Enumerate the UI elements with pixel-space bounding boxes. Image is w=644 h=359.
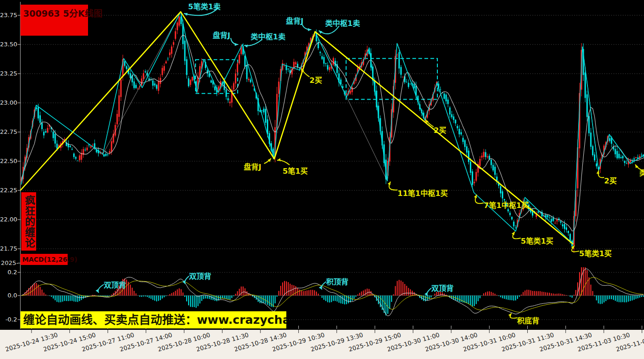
candle — [323, 57, 325, 63]
candle — [547, 215, 548, 217]
candle — [105, 154, 107, 156]
candle — [173, 42, 174, 45]
candle — [109, 151, 110, 153]
candle — [468, 151, 469, 162]
candle — [451, 114, 453, 118]
candle — [154, 83, 156, 85]
candle — [120, 80, 122, 97]
dea-line-group — [21, 277, 644, 312]
candle — [624, 161, 625, 163]
candle — [190, 80, 191, 85]
dif-line — [21, 269, 644, 316]
candle — [626, 163, 627, 164]
candle — [152, 81, 153, 86]
candle — [184, 41, 185, 61]
candle — [158, 81, 159, 91]
candle — [455, 120, 456, 124]
candle — [590, 132, 592, 147]
candle — [327, 65, 328, 70]
candle — [449, 107, 450, 114]
candle — [466, 146, 467, 152]
candle — [483, 152, 485, 157]
candle — [43, 132, 44, 135]
candle — [400, 67, 402, 75]
candle — [585, 73, 586, 98]
candle — [227, 98, 229, 100]
candle — [553, 218, 554, 221]
candle — [178, 17, 180, 26]
candle — [86, 148, 88, 151]
candle — [631, 161, 633, 161]
candle — [333, 58, 334, 64]
candle — [329, 67, 330, 70]
candle — [494, 167, 496, 175]
candle — [594, 155, 595, 161]
candle — [164, 66, 165, 71]
stock-chart-app: 23.7523.5023.2523.0022.7522.5022.2522.00… — [0, 0, 644, 359]
candle — [462, 138, 464, 142]
candle — [513, 221, 514, 226]
candle — [52, 132, 54, 138]
candle — [549, 217, 550, 218]
candle — [124, 61, 126, 66]
candle — [229, 101, 231, 103]
candle — [226, 90, 227, 97]
candle — [492, 165, 494, 170]
candle — [135, 85, 137, 88]
annotation-arrow — [231, 38, 238, 44]
candle — [622, 156, 624, 158]
candle — [443, 94, 445, 99]
candle — [481, 156, 482, 157]
candle — [233, 83, 234, 90]
candle — [239, 55, 240, 63]
candle — [90, 146, 92, 147]
candle — [587, 94, 588, 117]
candle — [325, 63, 327, 64]
annotation-arrows — [95, 7, 644, 318]
candle — [524, 202, 526, 202]
candle — [474, 182, 475, 183]
candle — [402, 77, 404, 77]
candle — [615, 149, 616, 154]
annotation-arrow — [98, 284, 104, 293]
candle — [630, 160, 631, 162]
candle — [346, 94, 347, 94]
candle — [57, 144, 58, 149]
annotation-arrowhead — [95, 289, 99, 293]
annotation-arrow — [302, 24, 311, 30]
candle — [133, 82, 135, 88]
candle — [349, 91, 351, 94]
candle — [75, 157, 76, 159]
candle — [633, 158, 635, 160]
candle — [235, 74, 236, 84]
candle — [167, 59, 169, 59]
candle — [620, 157, 622, 158]
candle — [479, 159, 480, 166]
candle — [177, 23, 178, 31]
candle — [186, 59, 188, 75]
candle — [406, 82, 407, 82]
candle — [504, 199, 505, 201]
candle — [502, 191, 503, 198]
symbol-title: 300963 5分K线图 — [23, 6, 88, 19]
candle — [440, 89, 441, 90]
chart-canvas[interactable] — [0, 0, 644, 359]
annotation-arrowhead — [277, 158, 281, 161]
candle — [299, 68, 300, 69]
candle — [588, 116, 590, 133]
candle — [73, 154, 75, 157]
candle — [526, 201, 528, 204]
promo-banner-text: 缠论自动画线、买卖点自动推送：www.crazychanlun.com — [23, 313, 286, 327]
candle — [556, 220, 558, 221]
annotation-arrowhead — [235, 43, 238, 46]
candle — [293, 62, 295, 68]
candle — [171, 47, 172, 54]
candle — [500, 186, 501, 193]
candle — [55, 134, 56, 144]
candle — [596, 164, 597, 166]
candle — [410, 84, 411, 84]
candle — [537, 212, 539, 213]
candle — [413, 84, 415, 88]
candle — [445, 94, 447, 101]
candle — [237, 63, 238, 72]
